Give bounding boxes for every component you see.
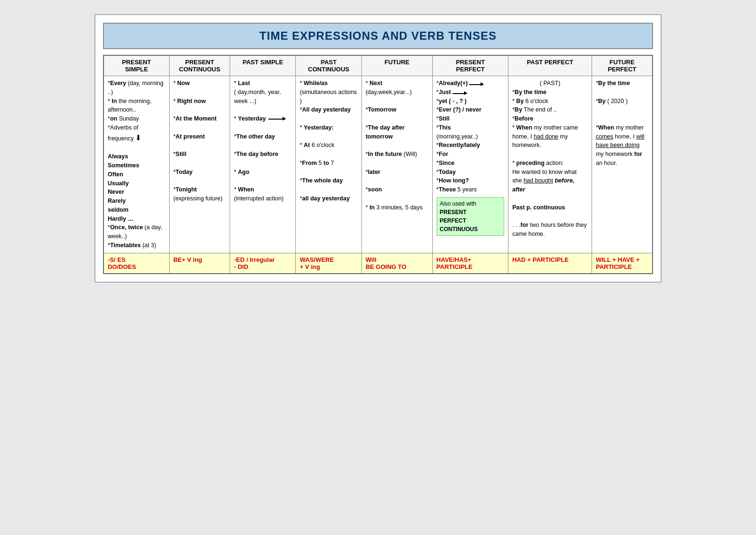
header-present-simple: PRESENTSIMPLE <box>103 55 169 76</box>
title-box: TIME EXPRESSIONS AND VERB TENSES <box>103 23 653 49</box>
cell-present-simple: *Every (day, morning ..) * In the mornin… <box>103 76 169 253</box>
cell-future: * Next(day,week,year...) *Tomorrow *The … <box>361 76 432 253</box>
bottom-present-perf: HAVE/HAS+PARTICIPLE <box>432 253 508 274</box>
bottom-present-simple: -S/ ESDO/DOES <box>103 253 169 274</box>
cell-past-cont: * While/as(simultaneous actions ) *All d… <box>296 76 361 253</box>
header-past-cont: PASTCONTINUOUS <box>296 55 361 76</box>
header-present-cont: PRESENTCONTINUOUS <box>169 55 230 76</box>
bottom-present-cont: BE+ V ing <box>169 253 230 274</box>
header-past-perf: PAST PERFECT <box>508 55 592 76</box>
cell-present-cont: * Now * Right now *At the Moment *At pre… <box>169 76 230 253</box>
header-past-simple: PAST SIMPLE <box>230 55 296 76</box>
cell-future-perf: *By the time *By ( 2020 ) *When my mothe… <box>592 76 653 253</box>
header-present-perf: PRESENTPERFECT <box>432 55 508 76</box>
header-future-perf: FUTUREPERFECT <box>592 55 653 76</box>
bottom-past-simple: -ED / Irregular- DID <box>230 253 296 274</box>
page-title: TIME EXPRESSIONS AND VERB TENSES <box>110 29 646 43</box>
header-future: FUTURE <box>361 55 432 76</box>
cell-past-simple: * Last( day,month, year, week ...) * Yes… <box>230 76 296 253</box>
cell-past-perf: ( PAST) *By the time * By 6 o'clock *By … <box>508 76 592 253</box>
bottom-future: WillBE GOING TO <box>361 253 432 274</box>
bottom-past-cont: WAS/WERE+ V ing <box>296 253 361 274</box>
page-container: TIME EXPRESSIONS AND VERB TENSES PRESENT… <box>94 14 662 283</box>
present-perf-note: Also used withPRESENTPERFECTCONTINUOUS <box>437 197 505 236</box>
bottom-future-perf: WILL + HAVE +PARTICIPLE <box>592 253 653 274</box>
bottom-past-perf: HAD + PARTICIPLE <box>508 253 592 274</box>
main-table: PRESENTSIMPLE PRESENTCONTINUOUS PAST SIM… <box>103 55 653 274</box>
cell-present-perf: *Already(+) *Just *yet ( - , ? ) *Ever (… <box>432 76 508 253</box>
